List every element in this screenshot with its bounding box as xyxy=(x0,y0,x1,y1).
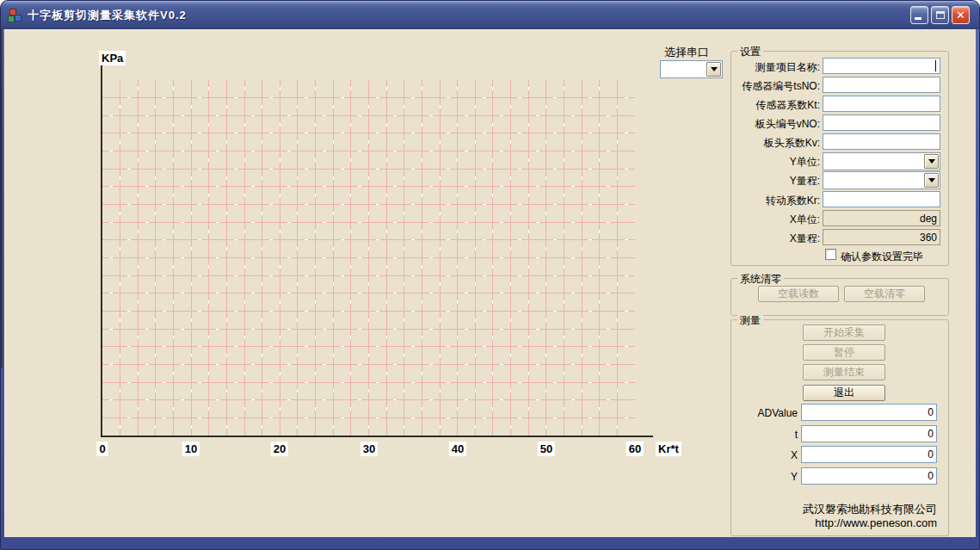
measure-group-title: 测量 xyxy=(737,313,763,328)
advalue-label: ADValue xyxy=(730,407,798,419)
app-icon xyxy=(8,8,23,23)
y-value-label: Y xyxy=(730,471,798,483)
y-unit-select[interactable] xyxy=(823,152,940,170)
settings-group-title: 设置 xyxy=(737,45,763,59)
x-tick-50: 50 xyxy=(538,442,555,456)
pause-button[interactable]: 暂停 xyxy=(803,344,885,361)
y-axis-line xyxy=(101,59,102,437)
title-bar: 十字板剪切测量采集软件V0.2 ✕ xyxy=(1,1,979,29)
advalue-field[interactable] xyxy=(801,404,937,421)
start-collect-button[interactable]: 开始采集 xyxy=(803,324,885,341)
confirm-params-checkbox[interactable] xyxy=(825,249,836,260)
y-range-select[interactable] xyxy=(823,171,940,189)
y-range-label: Y量程: xyxy=(736,174,820,188)
x-unit-field xyxy=(823,210,940,226)
x-axis-line xyxy=(101,436,653,437)
y-value-field[interactable] xyxy=(801,467,937,485)
noload-read-button[interactable]: 空载读数 xyxy=(758,286,839,302)
x-tick-10: 10 xyxy=(182,442,200,456)
project-name-label: 测量项目名称: xyxy=(736,60,820,75)
sensor-coef-label: 传感器系数Kt: xyxy=(736,98,820,113)
x-value-label: X xyxy=(730,449,798,461)
close-icon: ✕ xyxy=(952,7,969,23)
t-label: t xyxy=(730,429,798,441)
sensor-coef-input[interactable] xyxy=(823,96,940,112)
exit-button[interactable]: 退出 xyxy=(803,385,885,401)
x-range-field xyxy=(823,229,940,245)
y-unit-label: Y单位: xyxy=(736,155,820,170)
rotation-coef-label: 转动系数Kr: xyxy=(736,194,820,208)
confirm-params-label: 确认参数设置完毕 xyxy=(841,250,923,264)
x-tick-0: 0 xyxy=(96,442,108,456)
text-caret xyxy=(935,60,936,71)
chart-grid xyxy=(102,80,635,436)
sensor-no-input[interactable] xyxy=(823,77,940,93)
x-tick-30: 30 xyxy=(361,442,378,456)
system-zero-group-title: 系统清零 xyxy=(737,272,784,287)
stop-measure-button[interactable]: 测量结束 xyxy=(803,364,885,380)
x-value-field[interactable] xyxy=(801,446,937,463)
vane-coef-label: 板头系数Kv: xyxy=(736,136,820,151)
x-tick-40: 40 xyxy=(449,442,466,456)
x-range-label: X量程: xyxy=(736,232,820,246)
serial-dropdown-arrow-icon[interactable] xyxy=(706,62,721,77)
y-axis-unit-label: KPa xyxy=(99,51,126,65)
minimize-icon xyxy=(915,17,921,20)
y-range-dropdown-arrow-icon[interactable] xyxy=(924,173,939,188)
y-unit-dropdown-arrow-icon[interactable] xyxy=(924,154,939,169)
company-website: http://www.peneson.com xyxy=(815,516,937,529)
vane-no-label: 板头编号vNO: xyxy=(736,117,820,132)
x-tick-20: 20 xyxy=(271,442,288,456)
vane-coef-input[interactable] xyxy=(823,133,940,150)
app-window: 十字板剪切测量采集软件V0.2 ✕ KPa 0 10 20 30 40 50 6… xyxy=(0,0,980,550)
window-title: 十字板剪切测量采集软件V0.2 xyxy=(28,8,910,23)
x-tick-60: 60 xyxy=(626,442,644,456)
serial-port-select[interactable] xyxy=(660,60,723,78)
serial-port-label: 选择串口 xyxy=(664,45,709,60)
rotation-coef-input[interactable] xyxy=(823,191,940,207)
t-field[interactable] xyxy=(801,425,937,442)
noload-zero-button[interactable]: 空载清零 xyxy=(844,286,925,302)
maximize-button[interactable] xyxy=(931,6,949,24)
maximize-icon xyxy=(936,11,945,19)
company-name: 武汉磐索地勘科技有限公司 xyxy=(803,502,937,517)
plot-right-border xyxy=(1,3,3,368)
minimize-button[interactable] xyxy=(910,6,928,24)
x-unit-label: X单位: xyxy=(736,213,820,227)
x-axis-unit-label: Kr*t xyxy=(656,442,681,456)
vane-no-input[interactable] xyxy=(823,114,940,131)
close-button[interactable]: ✕ xyxy=(952,6,970,24)
sensor-no-label: 传感器编号tsNO: xyxy=(736,79,820,94)
project-name-input[interactable] xyxy=(823,58,940,74)
